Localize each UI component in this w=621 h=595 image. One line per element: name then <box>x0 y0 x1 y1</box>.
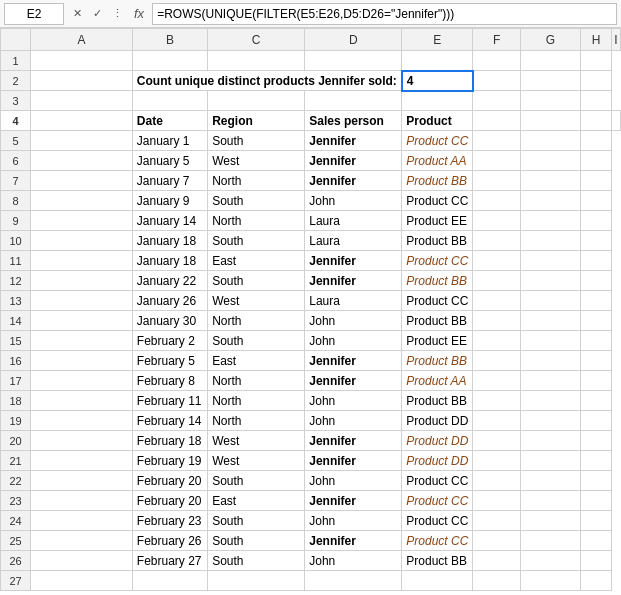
region-cell[interactable]: South <box>208 271 305 291</box>
product-cell[interactable]: Product BB <box>402 171 473 191</box>
product-cell[interactable]: Product CC <box>402 251 473 271</box>
region-cell[interactable]: South <box>208 471 305 491</box>
date-cell[interactable]: February 2 <box>132 331 207 351</box>
person-cell[interactable]: John <box>305 391 402 411</box>
person-cell[interactable]: Laura <box>305 291 402 311</box>
date-cell[interactable]: January 1 <box>132 131 207 151</box>
product-cell[interactable]: Product AA <box>402 151 473 171</box>
region-cell[interactable]: North <box>208 411 305 431</box>
region-cell[interactable]: North <box>208 171 305 191</box>
product-cell[interactable]: Product CC <box>402 191 473 211</box>
product-cell[interactable]: Product DD <box>402 451 473 471</box>
region-cell[interactable]: West <box>208 431 305 451</box>
date-cell[interactable]: February 5 <box>132 351 207 371</box>
person-cell[interactable]: Jennifer <box>305 271 402 291</box>
date-cell[interactable]: February 20 <box>132 471 207 491</box>
product-cell[interactable]: Product BB <box>402 351 473 371</box>
product-cell[interactable]: Product AA <box>402 371 473 391</box>
date-cell[interactable]: January 14 <box>132 211 207 231</box>
person-cell[interactable]: John <box>305 551 402 571</box>
product-cell[interactable]: Product EE <box>402 331 473 351</box>
product-cell[interactable]: Product BB <box>402 391 473 411</box>
person-cell[interactable]: Jennifer <box>305 351 402 371</box>
date-cell[interactable]: January 30 <box>132 311 207 331</box>
person-cell[interactable]: Jennifer <box>305 531 402 551</box>
date-cell[interactable]: January 18 <box>132 231 207 251</box>
formula-menu-icon[interactable]: ⋮ <box>108 5 126 23</box>
person-cell[interactable]: Laura <box>305 231 402 251</box>
person-cell[interactable]: Jennifer <box>305 371 402 391</box>
region-cell[interactable]: West <box>208 151 305 171</box>
cancel-icon[interactable]: ✕ <box>68 5 86 23</box>
name-box[interactable] <box>4 3 64 25</box>
person-cell[interactable]: John <box>305 191 402 211</box>
region-cell[interactable]: South <box>208 231 305 251</box>
date-cell[interactable]: January 18 <box>132 251 207 271</box>
region-cell[interactable]: South <box>208 511 305 531</box>
product-cell[interactable]: Product CC <box>402 531 473 551</box>
date-cell[interactable]: January 7 <box>132 171 207 191</box>
product-cell[interactable]: Product CC <box>402 511 473 531</box>
product-cell[interactable]: Product BB <box>402 231 473 251</box>
region-cell[interactable]: East <box>208 251 305 271</box>
person-cell[interactable]: Laura <box>305 211 402 231</box>
person-cell[interactable]: John <box>305 311 402 331</box>
date-cell[interactable]: February 23 <box>132 511 207 531</box>
product-cell[interactable]: Product CC <box>402 471 473 491</box>
person-cell[interactable]: Jennifer <box>305 251 402 271</box>
product-cell[interactable]: Product CC <box>402 131 473 151</box>
row-number: 17 <box>1 371 31 391</box>
region-cell[interactable]: West <box>208 291 305 311</box>
date-cell[interactable]: February 8 <box>132 371 207 391</box>
date-cell[interactable]: February 27 <box>132 551 207 571</box>
region-header[interactable]: Region <box>208 111 305 131</box>
product-cell[interactable]: Product EE <box>402 211 473 231</box>
date-cell[interactable]: January 9 <box>132 191 207 211</box>
product-cell[interactable]: Product BB <box>402 311 473 331</box>
region-cell[interactable]: North <box>208 311 305 331</box>
region-cell[interactable]: South <box>208 131 305 151</box>
label-cell[interactable]: Count unique distinct products Jennifer … <box>132 71 402 91</box>
person-cell[interactable]: Jennifer <box>305 171 402 191</box>
date-cell[interactable]: February 11 <box>132 391 207 411</box>
date-cell[interactable]: February 19 <box>132 451 207 471</box>
date-cell[interactable]: February 26 <box>132 531 207 551</box>
person-cell[interactable]: John <box>305 471 402 491</box>
person-cell[interactable]: John <box>305 331 402 351</box>
person-cell[interactable]: John <box>305 411 402 431</box>
region-cell[interactable]: South <box>208 531 305 551</box>
confirm-icon[interactable]: ✓ <box>88 5 106 23</box>
date-cell[interactable]: January 26 <box>132 291 207 311</box>
person-cell[interactable]: John <box>305 511 402 531</box>
date-cell[interactable]: February 20 <box>132 491 207 511</box>
person-cell[interactable]: Jennifer <box>305 131 402 151</box>
date-cell[interactable]: February 18 <box>132 431 207 451</box>
product-cell[interactable]: Product BB <box>402 271 473 291</box>
region-cell[interactable]: North <box>208 391 305 411</box>
salesperson-header[interactable]: Sales person <box>305 111 402 131</box>
product-cell[interactable]: Product CC <box>402 491 473 511</box>
date-header[interactable]: Date <box>132 111 207 131</box>
date-cell[interactable]: February 14 <box>132 411 207 431</box>
person-cell[interactable]: Jennifer <box>305 151 402 171</box>
region-cell[interactable]: North <box>208 371 305 391</box>
date-cell[interactable]: January 22 <box>132 271 207 291</box>
product-cell[interactable]: Product BB <box>402 551 473 571</box>
region-cell[interactable]: South <box>208 331 305 351</box>
region-cell[interactable]: South <box>208 191 305 211</box>
product-cell[interactable]: Product DD <box>402 431 473 451</box>
region-cell[interactable]: West <box>208 451 305 471</box>
result-cell[interactable]: 4 <box>402 71 473 91</box>
person-cell[interactable]: Jennifer <box>305 431 402 451</box>
product-cell[interactable]: Product DD <box>402 411 473 431</box>
date-cell[interactable]: January 5 <box>132 151 207 171</box>
region-cell[interactable]: East <box>208 491 305 511</box>
person-cell[interactable]: Jennifer <box>305 451 402 471</box>
region-cell[interactable]: South <box>208 551 305 571</box>
formula-input[interactable] <box>152 3 617 25</box>
person-cell[interactable]: Jennifer <box>305 491 402 511</box>
region-cell[interactable]: East <box>208 351 305 371</box>
region-cell[interactable]: North <box>208 211 305 231</box>
product-cell[interactable]: Product CC <box>402 291 473 311</box>
product-header[interactable]: Product <box>402 111 473 131</box>
